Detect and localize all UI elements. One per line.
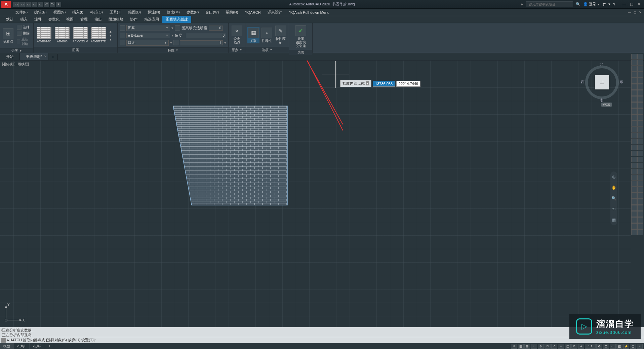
filetab-new[interactable]: + [48, 54, 57, 60]
status-clean-icon[interactable]: ▢ [630, 344, 636, 349]
nav-wheel-icon[interactable]: ◎ [611, 174, 616, 180]
nav-orbit-icon[interactable]: ⟲ [611, 206, 616, 212]
palette-tool-icon[interactable] [637, 205, 643, 211]
status-tab-add[interactable]: + [45, 344, 54, 349]
palette-tool-icon[interactable] [631, 72, 637, 78]
palette-tool-icon[interactable] [631, 108, 637, 114]
qat-open-icon[interactable]: ▭ [19, 2, 25, 7]
status-monitor-icon[interactable]: ▭ [610, 344, 616, 349]
panel-title-origin[interactable]: 原点 ▼ [229, 47, 245, 53]
menu-draw[interactable]: 绘图(D) [125, 9, 144, 16]
doc-restore-button[interactable]: ▢ [633, 10, 637, 14]
ribtab-hatch-creation[interactable]: 图案填充创建 [162, 16, 191, 23]
viewcube-east[interactable]: 东 [619, 79, 623, 84]
hatch-type-dropdown[interactable]: 图案▼ [126, 25, 170, 31]
infocenter-search-icon[interactable]: 🔍 [576, 2, 580, 6]
palette-tool-icon[interactable] [631, 120, 637, 126]
app-store-icon[interactable]: ▾ [608, 2, 610, 6]
close-window-button[interactable]: ✕ [636, 2, 642, 7]
qat-saveas-icon[interactable]: ▭ [32, 2, 37, 7]
palette-tool-icon[interactable] [631, 193, 637, 199]
status-gear-icon[interactable]: ⚙ [596, 344, 602, 349]
palette-tool-icon[interactable] [637, 181, 643, 187]
ribtab-view[interactable]: 视图 [63, 16, 77, 23]
qat-redo-icon[interactable]: ↷ [50, 2, 55, 7]
viewcube-top-face[interactable]: 上 [595, 75, 609, 89]
ribtab-output[interactable]: 输出 [91, 16, 105, 23]
palette-tool-icon[interactable] [631, 114, 637, 120]
palette-tool-icon[interactable] [637, 60, 643, 66]
pattern-scroll-down-icon[interactable]: ▾ [110, 33, 114, 37]
palette-tool-icon[interactable] [631, 199, 637, 205]
qat-more-icon[interactable]: ▼ [56, 2, 61, 7]
pattern-ar-b88[interactable]: AR-B88 [54, 27, 71, 43]
palette-tool-icon[interactable] [637, 54, 643, 60]
qat-save-icon[interactable]: ▭ [26, 2, 31, 7]
status-workspace-icon[interactable]: ⊡ [603, 344, 609, 349]
pattern-scroll-up-icon[interactable]: ▴ [110, 29, 114, 33]
palette-tool-icon[interactable] [637, 217, 643, 223]
palette-tool-icon[interactable] [637, 151, 643, 156]
ribtab-default[interactable]: 默认 [3, 16, 17, 23]
menu-modify[interactable]: 修改(M) [163, 9, 183, 16]
ribtab-collab[interactable]: 协作 [127, 16, 141, 23]
palette-tool-icon[interactable] [631, 217, 637, 223]
menu-window[interactable]: 窗口(W) [202, 9, 222, 16]
palette-tool-icon[interactable] [631, 102, 637, 108]
close-hatch-button[interactable]: ✔ 关闭图案填充创建 [294, 25, 307, 48]
palette-tool-icon[interactable] [637, 211, 643, 217]
palette-tool-icon[interactable] [631, 96, 637, 102]
qat-undo-icon[interactable]: ↶ [44, 2, 49, 7]
menu-dimension[interactable]: 标注(N) [144, 9, 163, 16]
palette-tool-icon[interactable] [637, 102, 643, 108]
palette-tool-icon[interactable] [637, 169, 643, 174]
search-input[interactable] [526, 1, 573, 7]
palette-tool-icon[interactable] [631, 187, 637, 193]
qat-new-icon[interactable]: ▭ [13, 2, 19, 7]
menu-view[interactable]: 视图(V) [50, 9, 69, 16]
viewcube-north[interactable]: 北 [600, 62, 603, 67]
nav-showmotion-icon[interactable]: ▦ [611, 217, 616, 223]
filetab-document[interactable]: 书香华府*✕ [20, 53, 48, 60]
filetab-close-icon[interactable]: ✕ [44, 54, 47, 58]
status-grid-icon[interactable]: ▦ [518, 344, 524, 349]
menu-tools[interactable]: 工具(T) [106, 9, 125, 16]
palette-tool-icon[interactable] [631, 151, 637, 156]
palette-tool-icon[interactable] [637, 78, 643, 84]
palette-tool-icon[interactable] [631, 132, 637, 138]
status-annoscale-icon[interactable]: A [578, 344, 584, 349]
minimize-button[interactable]: — [621, 2, 627, 7]
status-otrack-icon[interactable]: ∠ [551, 344, 557, 349]
palette-tool-icon[interactable] [637, 229, 643, 235]
palette-tool-icon[interactable] [637, 157, 643, 162]
menu-yuanquan[interactable]: 源泉设计 [264, 9, 286, 16]
palette-tool-icon[interactable] [631, 90, 637, 96]
maximize-button[interactable]: ▢ [629, 2, 635, 7]
palette-tool-icon[interactable] [637, 90, 643, 96]
palette-tool-icon[interactable] [631, 205, 637, 211]
associative-button[interactable]: ▦ 关联 [247, 27, 259, 43]
palette-tool-icon[interactable] [631, 223, 637, 229]
palette-tool-icon[interactable] [637, 108, 643, 114]
palette-tool-icon[interactable] [637, 199, 643, 205]
palette-tool-icon[interactable] [631, 145, 637, 150]
status-transparency-icon[interactable]: ◫ [565, 344, 571, 349]
angle-value[interactable]: 0 [186, 33, 226, 38]
palette-tool-icon[interactable] [631, 229, 637, 235]
menu-format[interactable]: 格式(O) [87, 9, 106, 16]
palette-tool-icon[interactable] [631, 78, 637, 84]
status-scale[interactable]: 1:1 [585, 344, 596, 349]
status-snap-icon[interactable]: ⊞ [524, 344, 530, 349]
palette-tool-icon[interactable] [631, 157, 637, 162]
palette-tool-icon[interactable] [637, 193, 643, 199]
command-input[interactable]: ▸ HATCH 拾取内部点或 [选择对象(S) 放弃(U) 设置(T)]: [0, 337, 644, 343]
status-tab-model[interactable]: 模型 [0, 343, 14, 349]
menu-parametric[interactable]: 参数(P) [183, 9, 202, 16]
status-cycling-icon[interactable]: ⟳ [571, 344, 577, 349]
transparency-value[interactable]: 0 [209, 26, 223, 31]
palette-tool-icon[interactable] [637, 223, 643, 229]
doc-minimize-button[interactable]: — [627, 10, 632, 14]
palette-tool-icon[interactable] [637, 139, 643, 144]
ucs-icon[interactable]: X Y [3, 303, 24, 323]
status-model-icon[interactable]: M [511, 344, 517, 349]
